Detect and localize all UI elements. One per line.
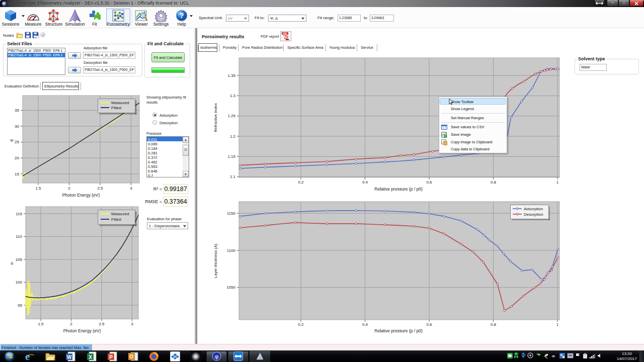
svg-text:Photon Energy (eV): Photon Energy (eV) — [63, 328, 101, 333]
svg-text:115: 115 — [16, 212, 22, 216]
svg-text:Refractive index: Refractive index — [213, 103, 218, 132]
svg-text:W: W — [67, 354, 72, 360]
svg-text:1.3: 1.3 — [230, 94, 236, 98]
svg-text:1.2: 1.2 — [230, 134, 236, 139]
svg-text:2.5: 2.5 — [97, 186, 103, 191]
svg-text:1.25: 1.25 — [227, 114, 235, 118]
svg-text:0.2: 0.2 — [298, 322, 304, 327]
svg-text:Photon Energy (eV): Photon Energy (eV) — [62, 193, 100, 198]
svg-text:2: 2 — [70, 322, 72, 326]
svg-text:3: 3 — [130, 186, 132, 191]
svg-text:Measured: Measured — [111, 212, 129, 216]
svg-text:95: 95 — [18, 303, 22, 308]
svg-text:1.5: 1.5 — [38, 322, 44, 326]
svg-text:PDF: PDF — [283, 33, 287, 35]
svg-text:1.35: 1.35 — [227, 73, 235, 78]
svg-text:Relative pressure (p / p0): Relative pressure (p / p0) — [374, 328, 423, 333]
svg-text:0.6: 0.6 — [426, 180, 432, 185]
svg-text:0.6: 0.6 — [426, 322, 432, 327]
svg-text:1.5: 1.5 — [35, 186, 41, 191]
svg-text:0.8: 0.8 — [491, 322, 497, 327]
svg-text:105: 105 — [16, 257, 23, 262]
svg-text:2.5: 2.5 — [99, 322, 105, 326]
svg-text:30: 30 — [15, 124, 19, 129]
svg-text:1: 1 — [556, 180, 559, 185]
svg-text:1: 1 — [556, 322, 559, 327]
svg-text:1050: 1050 — [226, 285, 235, 290]
svg-text:Layer thickness (A): Layer thickness (A) — [213, 243, 218, 278]
svg-text:Adsorption: Adsorption — [524, 207, 543, 211]
svg-text:?: ? — [180, 12, 184, 20]
svg-text:1.15: 1.15 — [227, 154, 235, 159]
svg-text:0.4: 0.4 — [362, 322, 368, 327]
svg-text:35: 35 — [15, 108, 19, 113]
svg-text:0.8: 0.8 — [491, 180, 497, 185]
svg-text:110: 110 — [16, 234, 22, 239]
svg-text:Relative pressure (p / p0): Relative pressure (p / p0) — [374, 187, 423, 192]
svg-text:Fitted: Fitted — [111, 217, 121, 222]
svg-text:O: O — [130, 354, 134, 359]
svg-text:Desorption: Desorption — [524, 212, 543, 217]
svg-text:1100: 1100 — [227, 248, 236, 253]
svg-text:φ: φ — [215, 353, 218, 359]
svg-text:15: 15 — [15, 172, 19, 176]
svg-text:Δ: Δ — [11, 261, 14, 265]
svg-text:X: X — [89, 354, 92, 360]
svg-text:0.2: 0.2 — [298, 180, 304, 185]
svg-text:1.1: 1.1 — [230, 174, 236, 179]
svg-text:P: P — [109, 354, 113, 360]
svg-text:100: 100 — [16, 280, 23, 285]
svg-text:20: 20 — [15, 156, 19, 160]
svg-text:2: 2 — [68, 186, 70, 191]
svg-text:25: 25 — [15, 140, 19, 144]
svg-text:0.4: 0.4 — [362, 180, 368, 185]
svg-text:Fitted: Fitted — [111, 106, 121, 110]
svg-text:1150: 1150 — [227, 211, 236, 216]
svg-text:Ψ: Ψ — [10, 138, 14, 143]
svg-text:Measured: Measured — [111, 101, 129, 105]
svg-text:3: 3 — [131, 322, 133, 326]
